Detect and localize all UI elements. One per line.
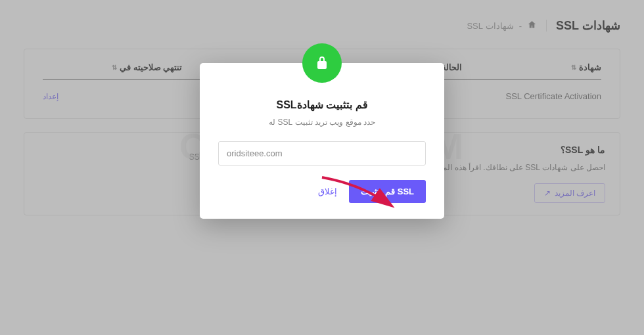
install-ssl-modal: قم بتثبيت شهادةSSL حدد موقع ويب تريد تثب… — [200, 63, 444, 219]
install-ssl-button[interactable]: قم بتثبيت SSL — [349, 180, 426, 203]
modal-subtitle: حدد موقع ويب تريد تثبيت SSL له — [218, 118, 426, 127]
lock-icon — [302, 43, 342, 83]
modal-overlay[interactable]: قم بتثبيت شهادةSSL حدد موقع ويب تريد تثب… — [0, 0, 644, 335]
website-input[interactable] — [218, 141, 426, 166]
close-button[interactable]: إغلاق — [315, 181, 340, 202]
modal-title: قم بتثبيت شهادةSSL — [218, 99, 426, 111]
